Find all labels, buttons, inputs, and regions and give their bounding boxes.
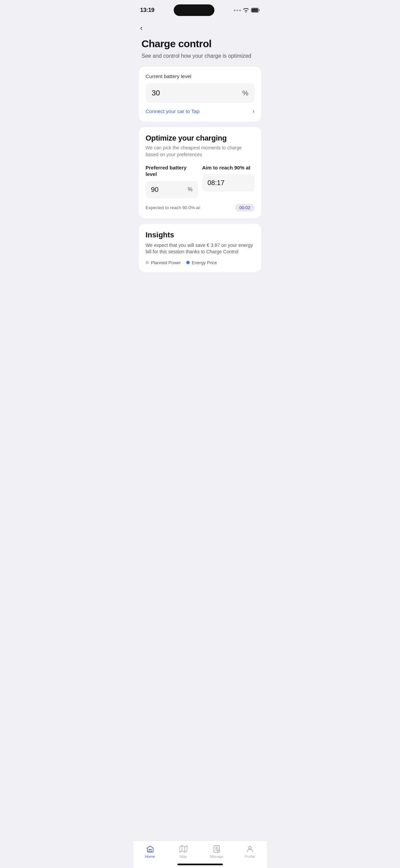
back-button[interactable]: ‹ <box>133 18 267 35</box>
connect-car-link[interactable]: Connect your car to Tap › <box>146 108 254 115</box>
battery-value: 30 <box>152 89 160 97</box>
preferred-battery-label: Preferred battery level <box>146 164 198 178</box>
battery-label: Current battery level <box>146 73 254 79</box>
battery-unit: % <box>242 89 248 97</box>
svg-rect-1 <box>251 8 258 12</box>
aim-time-value: 08:17 <box>208 179 225 187</box>
optimize-card: Optimize your charging We can pick the c… <box>139 127 261 218</box>
insights-card: Insights We expect that you will save € … <box>139 224 261 272</box>
page-header: Charge control See and control how your … <box>133 35 267 67</box>
aim-time-input[interactable]: 08:17 <box>202 174 255 192</box>
expected-time-badge: 00:02 <box>235 204 254 212</box>
battery-input[interactable]: 30 % <box>146 83 254 103</box>
connect-car-text: Connect your car to Tap <box>146 108 199 114</box>
page-title: Charge control <box>141 38 259 50</box>
signal-icon <box>234 10 241 11</box>
preferred-battery-input[interactable]: 90 % <box>146 181 198 198</box>
energy-dot <box>186 261 190 264</box>
battery-level-card: Current battery level 30 % Connect your … <box>139 67 261 122</box>
back-arrow-icon: ‹ <box>140 24 142 32</box>
optimize-desc: We can pick the cheapest moments to char… <box>146 145 254 158</box>
chart-legend: Planned Power Energy Price <box>146 260 254 265</box>
content-area: Current battery level 30 % Connect your … <box>133 67 267 311</box>
chevron-right-icon: › <box>252 108 254 115</box>
insights-desc: We expect that you will save € 3.87 on y… <box>146 242 254 255</box>
status-icons <box>234 8 260 13</box>
preferred-battery-value: 90 <box>151 186 158 194</box>
status-time: 13:19 <box>140 7 154 14</box>
energy-label: Energy Price <box>192 260 217 265</box>
expected-text: Expected to reach 90.0% at: <box>146 205 201 210</box>
planned-label: Planned Power <box>151 260 181 265</box>
dynamic-island <box>174 4 214 16</box>
page-subtitle: See and control how your charge is optim… <box>141 52 259 60</box>
aim-time-col: Aim to reach 90% at 08:17 <box>202 164 255 198</box>
preferred-battery-unit: % <box>188 186 192 193</box>
status-bar: 13:19 <box>133 0 267 18</box>
wifi-icon <box>243 8 249 13</box>
optimize-inputs: Preferred battery level 90 % Aim to reac… <box>146 164 254 198</box>
planned-dot <box>146 261 149 264</box>
preferred-battery-col: Preferred battery level 90 % <box>146 164 198 198</box>
optimize-title: Optimize your charging <box>146 134 254 143</box>
legend-energy: Energy Price <box>186 260 217 265</box>
battery-icon <box>251 8 260 13</box>
aim-time-label: Aim to reach 90% at <box>202 164 255 171</box>
insights-title: Insights <box>146 231 254 239</box>
legend-planned: Planned Power <box>146 260 181 265</box>
expected-row: Expected to reach 90.0% at: 00:02 <box>146 204 254 212</box>
